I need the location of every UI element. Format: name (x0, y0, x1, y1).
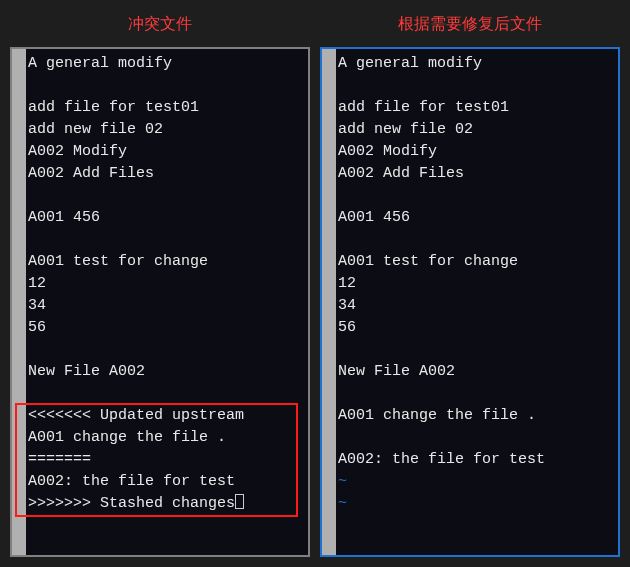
empty-line-tilde: ~ (338, 495, 347, 512)
right-title: 根据需要修复后文件 (320, 0, 620, 47)
left-title: 冲突文件 (10, 0, 310, 47)
left-code: A general modify add file for test01 add… (26, 49, 308, 515)
right-editor: A general modify add file for test01 add… (320, 47, 620, 557)
cursor-icon (235, 494, 244, 509)
empty-line-tilde: ~ (338, 473, 347, 490)
right-gutter (322, 49, 336, 555)
left-column: 冲突文件 A general modify add file for test0… (10, 0, 310, 557)
right-code: A general modify add file for test01 add… (336, 49, 618, 515)
right-column: 根据需要修复后文件 A general modify add file for … (320, 0, 620, 557)
diff-container: 冲突文件 A general modify add file for test0… (0, 0, 630, 567)
left-editor: A general modify add file for test01 add… (10, 47, 310, 557)
left-gutter (12, 49, 26, 555)
